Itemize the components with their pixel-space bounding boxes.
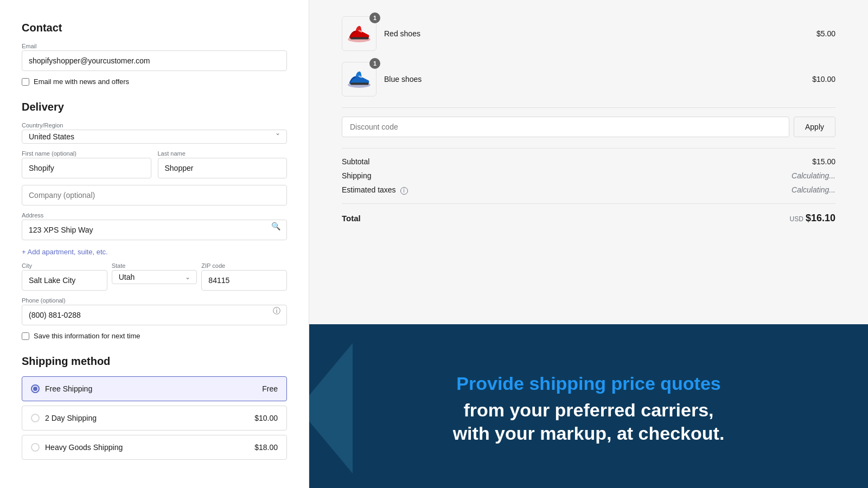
- email-input[interactable]: [22, 50, 287, 71]
- lastname-stacked: Last name: [158, 150, 288, 178]
- phone-input-wrapper: Phone (optional) ⓘ: [22, 297, 287, 325]
- red-shoes-price: $5.00: [816, 29, 835, 38]
- address-stacked: Address: [22, 212, 287, 240]
- promo-section: Provide shipping price quotes from your …: [309, 324, 868, 488]
- red-shoes-image: [346, 23, 372, 44]
- discount-input[interactable]: [342, 117, 789, 137]
- email-label: Email: [22, 43, 287, 49]
- email-field-group: Email: [22, 43, 287, 71]
- shipping-option-2day-left: 2 Day Shipping: [31, 414, 97, 422]
- address-input-wrapper: Address 🔍: [22, 212, 287, 240]
- state-label: State: [112, 262, 197, 269]
- product-left-red: 1 Red shoes: [342, 16, 420, 51]
- taxes-value: Calculating...: [792, 185, 835, 194]
- taxes-label: Estimated taxes i: [342, 185, 408, 195]
- newsletter-label: Email me with news and offers: [34, 78, 129, 86]
- firstname-input[interactable]: [22, 158, 151, 178]
- red-shoes-badge: 1: [369, 12, 380, 23]
- order-summary: 1 Red shoes $5.00 1: [309, 0, 868, 324]
- apply-button[interactable]: Apply: [794, 117, 835, 137]
- shipping-option-heavy[interactable]: Heavy Goods Shipping $18.00: [22, 435, 287, 460]
- firstname-label: First name (optional): [22, 150, 151, 157]
- free-shipping-radio[interactable]: [31, 384, 40, 393]
- subtotal-row: Subtotal $15.00: [342, 157, 835, 166]
- address-label: Address: [22, 212, 287, 219]
- shipping-option-free-left: Free Shipping: [31, 384, 92, 393]
- lastname-col: Last name: [158, 150, 288, 178]
- shipping-option-2day[interactable]: 2 Day Shipping $10.00: [22, 406, 287, 431]
- phone-input[interactable]: [22, 305, 287, 325]
- address-field-group: Address 🔍: [22, 212, 287, 240]
- promo-line1: Provide shipping price quotes: [453, 373, 725, 394]
- firstname-stacked: First name (optional): [22, 150, 151, 178]
- divider-2: [342, 148, 835, 149]
- shipping-section: Shipping method Free Shipping Free 2 Day…: [22, 355, 287, 460]
- total-value: USD$16.10: [790, 213, 835, 224]
- product-item-blue: 1 Blue shoes $10.00: [342, 62, 835, 97]
- lastname-input[interactable]: [158, 158, 288, 178]
- svg-rect-3: [350, 82, 369, 85]
- city-label: City: [22, 262, 107, 269]
- product-image-red: 1: [342, 16, 376, 51]
- contact-section: Contact Email Email me with news and off…: [22, 22, 287, 86]
- discount-row: Apply: [342, 117, 835, 137]
- heavy-shipping-radio[interactable]: [31, 443, 40, 452]
- save-info-label: Save this information for next time: [34, 332, 141, 340]
- email-input-wrapper: Email: [22, 43, 287, 71]
- country-field-group: Country/Region United States ⌄: [22, 122, 287, 144]
- divider-3: [342, 203, 835, 204]
- shipping-summary-label: Shipping: [342, 171, 372, 180]
- right-panel: 1 Red shoes $5.00 1: [309, 0, 868, 488]
- heavy-shipping-name: Heavy Goods Shipping: [45, 443, 123, 452]
- zip-stacked: ZIP code: [201, 262, 287, 291]
- promo-arrow-icon: [309, 343, 353, 473]
- address-input[interactable]: [22, 220, 287, 240]
- heavy-shipping-price: $18.00: [254, 443, 278, 452]
- total-row: Total USD$16.10: [342, 213, 835, 224]
- city-state-zip-group: City State Utah ⌄ ZIP code: [22, 262, 287, 291]
- taxes-row: Estimated taxes i Calculating...: [342, 185, 835, 195]
- company-field-group: [22, 185, 287, 206]
- blue-shoes-price: $10.00: [812, 75, 835, 84]
- state-select-wrapper: Utah ⌄: [112, 270, 197, 284]
- taxes-info-icon[interactable]: i: [400, 187, 408, 195]
- shipping-option-heavy-left: Heavy Goods Shipping: [31, 443, 123, 452]
- city-stacked: City: [22, 262, 107, 291]
- delivery-title: Delivery: [22, 101, 287, 113]
- shipping-option-free[interactable]: Free Shipping Free: [22, 376, 287, 401]
- free-shipping-price: Free: [262, 384, 278, 393]
- phone-field-group: Phone (optional) ⓘ: [22, 297, 287, 325]
- total-currency: USD: [790, 215, 803, 223]
- contact-title: Contact: [22, 22, 287, 34]
- state-stacked: State Utah ⌄: [112, 262, 197, 284]
- state-col: State Utah ⌄: [112, 262, 197, 291]
- left-panel: Contact Email Email me with news and off…: [0, 0, 309, 488]
- country-select-wrapper: Country/Region United States ⌄: [22, 122, 287, 144]
- blue-shoes-image: [346, 68, 372, 90]
- divider-1: [342, 107, 835, 108]
- country-select[interactable]: United States: [22, 130, 287, 144]
- 2day-shipping-price: $10.00: [254, 414, 278, 422]
- address-search-icon: 🔍: [271, 222, 280, 230]
- 2day-shipping-radio[interactable]: [31, 414, 40, 422]
- blue-shoes-name: Blue shoes: [384, 75, 422, 84]
- add-apt-link[interactable]: + Add apartment, suite, etc.: [22, 248, 108, 256]
- save-info-checkbox[interactable]: [22, 332, 29, 340]
- shipping-row: Shipping Calculating...: [342, 171, 835, 180]
- subtotal-label: Subtotal: [342, 157, 369, 166]
- newsletter-row: Email me with news and offers: [22, 78, 287, 86]
- shipping-title: Shipping method: [22, 355, 287, 368]
- zip-input[interactable]: [201, 270, 287, 291]
- shipping-summary-value: Calculating...: [792, 171, 835, 180]
- promo-text: Provide shipping price quotes from your …: [420, 362, 757, 455]
- city-input[interactable]: [22, 270, 107, 291]
- total-label: Total: [342, 214, 361, 223]
- company-input[interactable]: [22, 185, 287, 206]
- 2day-shipping-name: 2 Day Shipping: [45, 414, 97, 422]
- newsletter-checkbox[interactable]: [22, 78, 29, 86]
- subtotal-value: $15.00: [812, 157, 835, 166]
- name-field-group: First name (optional) Last name: [22, 150, 287, 178]
- zip-col: ZIP code: [201, 262, 287, 291]
- phone-question-icon[interactable]: ⓘ: [273, 306, 280, 316]
- state-select[interactable]: Utah: [112, 270, 197, 284]
